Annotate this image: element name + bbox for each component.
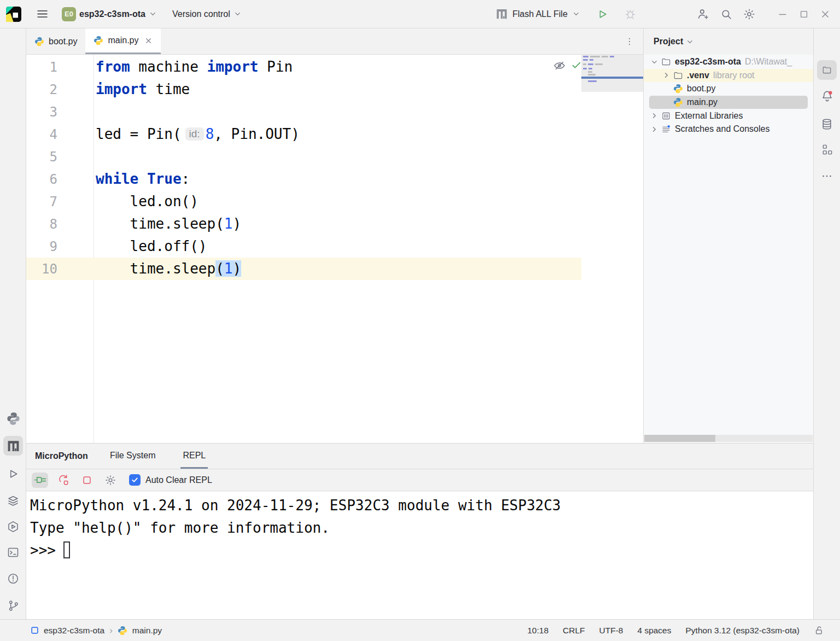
code-lines: 1from machine import Pin2import time34le… (26, 56, 581, 280)
window-maximize-button[interactable] (798, 9, 809, 20)
tool-window-title[interactable]: MicroPython (35, 451, 88, 461)
repl-line: MicroPython v1.24.1 on 2024-11-29; ESP32… (30, 494, 813, 517)
code-segment: from (96, 59, 130, 75)
tab-label: boot.py (49, 37, 77, 46)
chevron-down-icon[interactable] (572, 10, 580, 18)
micropython-logo-icon (7, 439, 20, 453)
check-icon (131, 476, 139, 484)
git-branch-icon (7, 599, 20, 612)
tree-item-esp32-c3sm-ota[interactable]: esp32-c3sm-otaD:\Witawat_ (644, 55, 813, 69)
code-line[interactable]: 1from machine import Pin (26, 56, 581, 78)
python-interpreter[interactable]: Python 3.12 (esp32-c3sm-ota) (686, 626, 800, 636)
tree-item-main.py[interactable]: main.py (649, 96, 808, 109)
gear-icon (104, 474, 116, 486)
terminal-tool-button[interactable] (3, 543, 23, 562)
python-file-icon (94, 36, 103, 45)
more-tool-windows-button[interactable] (817, 166, 837, 186)
hamburger-menu-icon[interactable] (35, 7, 50, 21)
connect-device-button[interactable] (32, 473, 48, 488)
breadcrumb-project[interactable]: esp32-c3sm-ota (44, 626, 104, 636)
code-line[interactable]: 6while True: (26, 168, 581, 190)
repl-output[interactable]: MicroPython v1.24.1 on 2024-11-29; ESP32… (26, 492, 813, 619)
repl-settings-button[interactable] (102, 473, 119, 488)
tool-tab-File System[interactable]: File System (108, 444, 158, 469)
indent-style[interactable]: 4 spaces (637, 626, 671, 636)
inspections-ok-check-icon[interactable] (570, 59, 582, 71)
window-minimize-button[interactable] (777, 8, 789, 20)
editor-tab-main.py[interactable]: main.py (85, 28, 160, 54)
search-icon[interactable] (720, 8, 733, 21)
code-line[interactable]: 5 (26, 145, 581, 168)
window-close-button[interactable] (819, 8, 831, 20)
settings-gear-icon[interactable] (743, 8, 756, 21)
tree-item-.venv[interactable]: .venvlibrary root (644, 69, 813, 83)
caret-position[interactable]: 10:18 (527, 626, 549, 636)
libs-icon (660, 111, 672, 121)
project-panel-header[interactable]: Project (644, 28, 813, 55)
code-line[interactable]: 9 led.off() (26, 235, 581, 258)
notifications-button[interactable] (817, 86, 837, 106)
scrollbar-thumb[interactable] (644, 435, 715, 442)
tool-window-header: MicroPython File SystemREPL (26, 444, 813, 469)
tree-item-External Libraries[interactable]: External Libraries (644, 109, 813, 123)
code-line[interactable]: 2import time (26, 78, 581, 101)
micropython-tool-button[interactable] (3, 436, 23, 456)
structure-tool-button[interactable] (817, 139, 837, 159)
tool-tab-REPL[interactable]: REPL (180, 444, 208, 469)
inspection-eye-icon[interactable] (553, 59, 566, 72)
version-control-tool-button[interactable] (3, 596, 23, 615)
debug-button[interactable] (624, 8, 637, 20)
database-tool-button[interactable] (817, 114, 837, 134)
project-tool-button[interactable] (817, 60, 837, 80)
tree-item-boot.py[interactable]: boot.py (644, 82, 813, 96)
code-text: while True: (57, 168, 190, 190)
stop-button[interactable] (79, 473, 95, 488)
add-user-icon[interactable] (696, 7, 710, 21)
code-segment: ) (232, 260, 241, 277)
minimap-current-line (581, 77, 643, 79)
code-text: led.off() (57, 235, 207, 258)
code-line[interactable]: 7 led.on() (26, 190, 581, 213)
plug-icon (33, 473, 47, 487)
minimap[interactable] (581, 55, 643, 443)
tab-close-icon[interactable] (144, 37, 153, 45)
project-tree: esp32-c3sm-otaD:\Witawat_.venvlibrary ro… (644, 55, 813, 136)
tab-options-more-icon[interactable] (625, 37, 634, 46)
chevron-right-icon[interactable] (660, 71, 672, 79)
vcs-widget[interactable]: Version control (172, 9, 242, 19)
code-segment: machine (130, 59, 207, 75)
tree-item-Scratches and Consoles[interactable]: Scratches and Consoles (644, 123, 813, 136)
run-tool-button[interactable] (3, 464, 23, 483)
code-segment: while (96, 171, 138, 187)
tree-item-label: main.py (687, 97, 718, 107)
file-encoding[interactable]: UTF-8 (599, 626, 623, 636)
services-tool-button[interactable] (3, 517, 23, 537)
chevron-down-icon[interactable] (648, 58, 660, 66)
unlocked-padlock-icon[interactable] (814, 625, 825, 636)
code-editor[interactable]: 1from machine import Pin2import time34le… (26, 55, 643, 443)
run-button[interactable] (597, 8, 609, 20)
line-separator[interactable]: CRLF (563, 626, 585, 636)
project-horizontal-scrollbar[interactable] (644, 435, 813, 442)
repl-prompt-line: >>> (30, 539, 813, 562)
chevron-right-icon[interactable] (648, 112, 660, 120)
line-number: 8 (26, 217, 57, 232)
chevron-right-icon[interactable] (648, 125, 660, 133)
python-console-tool-button[interactable] (3, 409, 23, 428)
problems-tool-button[interactable] (3, 569, 23, 588)
code-line[interactable]: 3 (26, 101, 581, 123)
run-config-label[interactable]: Flash ALL File (512, 9, 568, 19)
code-line[interactable]: 4led = Pin(id:8, Pin.OUT) (26, 123, 581, 145)
code-line[interactable]: 10 time.sleep(1) (26, 258, 581, 280)
project-widget[interactable]: E0 esp32-c3sm-ota (62, 7, 157, 21)
breadcrumb-chevron: › (109, 625, 113, 636)
python-packages-tool-button[interactable] (3, 491, 23, 511)
status-bar: esp32-c3sm-ota › main.py 10:18 CRLF UTF-… (0, 619, 840, 641)
code-line[interactable]: 8 time.sleep(1) (26, 213, 581, 235)
breadcrumb-file[interactable]: main.py (132, 626, 162, 636)
reset-device-button[interactable] (55, 473, 72, 488)
project-panel-title: Project (654, 37, 683, 46)
editor-tab-boot.py[interactable]: boot.py (26, 28, 85, 54)
folder-icon (660, 57, 672, 67)
auto-clear-checkbox[interactable] (129, 474, 141, 486)
